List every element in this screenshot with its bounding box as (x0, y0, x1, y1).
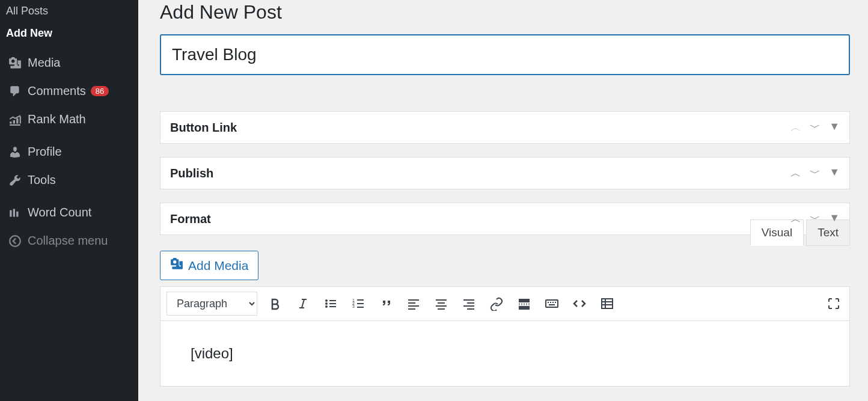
sidebar-item-tools[interactable]: Tools (0, 166, 138, 194)
metabox-header[interactable]: Format ︿ ﹀ ▼ (160, 203, 849, 234)
svg-rect-16 (408, 299, 419, 301)
sidebar-label: Media (28, 56, 60, 70)
user-icon (6, 145, 24, 159)
svg-point-6 (325, 305, 328, 308)
read-more-button[interactable] (515, 294, 534, 313)
chevron-up-icon[interactable]: ︿ (790, 120, 801, 135)
svg-rect-1 (13, 209, 15, 216)
metabox-publish: Publish ︿ ﹀ ▼ (160, 157, 850, 189)
align-center-button[interactable] (432, 294, 451, 313)
svg-rect-34 (552, 302, 554, 303)
italic-button[interactable] (293, 294, 313, 313)
add-media-button[interactable]: Add Media (160, 251, 258, 280)
svg-rect-29 (519, 304, 530, 305)
sidebar-item-all-posts[interactable]: All Posts (0, 0, 138, 22)
comments-count-badge: 86 (91, 86, 109, 96)
svg-rect-20 (436, 299, 447, 301)
sidebar-label: Rank Math (28, 112, 86, 126)
triangle-down-icon[interactable]: ▼ (829, 212, 840, 226)
sidebar-item-word-count[interactable]: Word Count (0, 198, 138, 227)
media-icon (6, 57, 24, 70)
comments-icon (6, 85, 24, 98)
sidebar-label: Comments (28, 84, 86, 98)
link-button[interactable] (487, 294, 506, 313)
svg-rect-37 (602, 299, 613, 308)
svg-rect-8 (329, 303, 336, 304)
quote-button[interactable] (376, 294, 396, 313)
bold-button[interactable] (266, 294, 285, 313)
svg-rect-22 (436, 305, 447, 307)
chevron-up-icon[interactable]: ︿ (790, 166, 801, 180)
sidebar-label: Collapse menu (28, 234, 108, 248)
svg-point-5 (325, 302, 328, 305)
svg-rect-26 (463, 305, 474, 307)
svg-rect-2 (16, 211, 18, 216)
svg-rect-17 (408, 302, 415, 304)
svg-rect-19 (408, 308, 415, 310)
sidebar-item-media[interactable]: Media (0, 49, 138, 77)
editor-content[interactable]: [video] (160, 321, 850, 387)
page-title: Add New Post (160, 1, 850, 23)
metabox-title: Publish (170, 167, 213, 180)
svg-text:3: 3 (352, 304, 355, 308)
paragraph-select[interactable]: Paragraph (167, 292, 257, 316)
svg-rect-24 (463, 299, 474, 301)
code-button[interactable] (570, 294, 589, 313)
add-media-label: Add Media (188, 259, 248, 273)
sidebar-item-comments[interactable]: Comments 86 (0, 77, 138, 105)
svg-rect-27 (467, 308, 474, 310)
svg-rect-25 (467, 302, 474, 304)
chevron-up-icon[interactable]: ︿ (790, 212, 801, 226)
svg-rect-0 (10, 210, 11, 216)
metabox-format: Format ︿ ﹀ ▼ (160, 203, 850, 235)
svg-rect-33 (550, 302, 551, 303)
triangle-down-icon[interactable]: ▼ (829, 120, 840, 135)
chevron-down-icon[interactable]: ﹀ (810, 212, 821, 226)
sidebar-item-collapse[interactable]: Collapse menu (0, 227, 138, 255)
svg-rect-30 (519, 306, 530, 310)
fullscreen-button[interactable] (824, 294, 843, 313)
media-icon (170, 257, 183, 274)
svg-rect-15 (357, 307, 364, 308)
sidebar-item-rank-math[interactable]: Rank Math (0, 105, 138, 133)
sidebar-label: Tools (28, 173, 56, 187)
editor-toolbar: Paragraph 123 (160, 286, 850, 321)
sidebar-label: Word Count (28, 206, 91, 219)
chart-icon (6, 113, 24, 126)
sidebar-item-add-new[interactable]: Add New (0, 22, 138, 44)
svg-rect-32 (548, 302, 549, 303)
collapse-icon (6, 234, 24, 248)
svg-point-4 (325, 299, 328, 302)
svg-rect-18 (408, 305, 419, 307)
keyboard-button[interactable] (542, 294, 561, 313)
triangle-down-icon[interactable]: ▼ (829, 166, 840, 180)
svg-rect-35 (555, 302, 556, 303)
svg-rect-7 (329, 300, 336, 301)
bullet-list-button[interactable] (321, 294, 340, 313)
svg-rect-9 (329, 306, 336, 307)
svg-rect-13 (357, 299, 364, 301)
svg-rect-28 (519, 299, 530, 302)
metabox-header[interactable]: Publish ︿ ﹀ ▼ (160, 158, 849, 189)
tools-icon (6, 174, 24, 187)
numbered-list-button[interactable]: 123 (349, 294, 368, 313)
metabox-button-link: Button Link ︿ ﹀ ▼ (160, 111, 850, 144)
word-count-icon (6, 206, 24, 219)
svg-rect-31 (546, 300, 558, 307)
align-right-button[interactable] (459, 294, 478, 313)
metabox-title: Button Link (170, 121, 237, 135)
metabox-title: Format (170, 212, 211, 226)
svg-rect-36 (549, 304, 555, 305)
sidebar-item-profile[interactable]: Profile (0, 138, 138, 166)
align-left-button[interactable] (404, 294, 423, 313)
sidebar-label: Profile (28, 145, 62, 159)
svg-point-3 (10, 236, 20, 246)
svg-rect-23 (438, 308, 445, 310)
chevron-down-icon[interactable]: ﹀ (810, 166, 821, 180)
metabox-header[interactable]: Button Link ︿ ﹀ ▼ (160, 112, 849, 143)
post-title-input[interactable] (160, 34, 850, 75)
svg-rect-14 (357, 303, 364, 304)
table-button[interactable] (598, 294, 617, 313)
chevron-down-icon[interactable]: ﹀ (810, 120, 821, 135)
main-content: Add New Post Button Link ︿ ﹀ ▼ Publish ︿… (138, 0, 868, 401)
